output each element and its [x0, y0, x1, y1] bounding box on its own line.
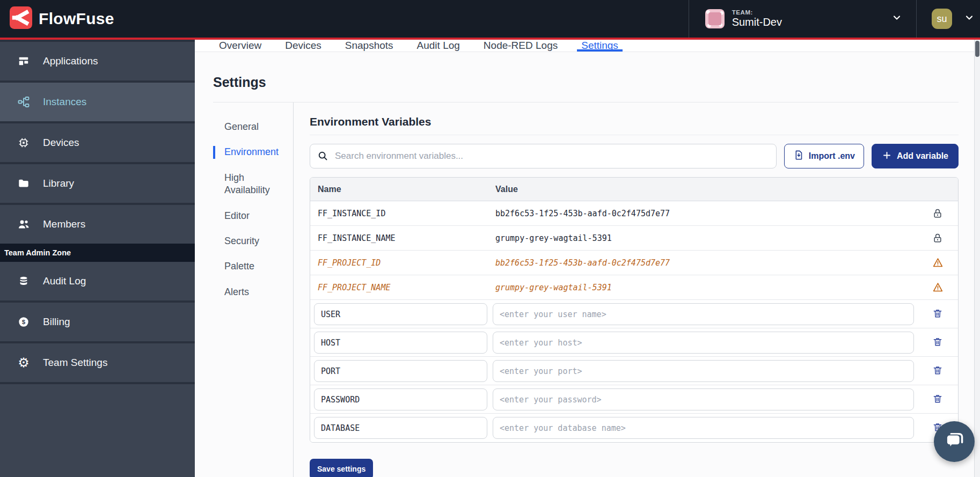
chevron-down-icon: [891, 12, 902, 25]
sidebar-item-audit-log[interactable]: Audit Log: [0, 262, 195, 300]
env-var-row: FF_PROJECT_NAMEgrumpy-grey-wagtail-5391: [310, 275, 958, 300]
add-variable-button[interactable]: Add variable: [872, 144, 959, 168]
import-env-label: Import .env: [809, 151, 855, 161]
sidebar-item-devices[interactable]: Devices: [0, 123, 195, 162]
env-var-name-input[interactable]: [314, 360, 487, 382]
env-var-value: bb2f6c53-1f25-453b-aafd-0c2f475d7e77: [493, 209, 917, 218]
env-var-value-input[interactable]: [493, 360, 914, 382]
database-icon: [17, 275, 30, 288]
subnav-item-general[interactable]: General: [213, 121, 283, 133]
team-name: Sumit-Dev: [732, 16, 782, 28]
sidebar-item-label: Library: [43, 178, 74, 189]
tab-devices[interactable]: Devices: [285, 40, 321, 52]
brand-name: FlowFuse: [39, 10, 114, 28]
search-input[interactable]: [310, 144, 777, 168]
table-header-row: Name Value: [310, 178, 958, 201]
instances-icon: [17, 96, 30, 108]
settings-content: Settings General Environment High Availa…: [195, 52, 980, 477]
env-var-row: [310, 357, 958, 385]
env-var-row: [310, 414, 958, 442]
env-var-name-input[interactable]: [314, 388, 487, 410]
sidebar-item-label: Members: [43, 218, 85, 230]
tab-audit-log[interactable]: Audit Log: [417, 40, 460, 52]
subnav-item-editor[interactable]: Editor: [213, 210, 283, 222]
subnav-item-security[interactable]: Security: [213, 235, 283, 247]
env-var-name-input[interactable]: [314, 417, 487, 439]
sidebar-item-applications[interactable]: Applications: [0, 42, 195, 80]
chat-widget-button[interactable]: [934, 421, 975, 462]
sidebar-item-label: Audit Log: [43, 275, 86, 287]
env-var-row: FF_INSTANCE_NAMEgrumpy-grey-wagtail-5391: [310, 226, 958, 251]
scrollbar-thumb[interactable]: [975, 41, 979, 57]
delete-variable-button[interactable]: [930, 363, 945, 379]
lock-icon: [917, 233, 958, 244]
env-var-value: grumpy-grey-wagtail-5391: [493, 233, 917, 243]
sidebar: Applications Instances Devices Library: [0, 40, 195, 477]
instance-tabbar: Overview Devices Snapshots Audit Log Nod…: [195, 40, 980, 52]
team-selector[interactable]: TEAM: Sumit-Dev: [689, 0, 916, 38]
lock-icon: [917, 208, 958, 219]
sidebar-item-label: Applications: [43, 55, 98, 67]
sidebar-item-billing[interactable]: $ Billing: [0, 303, 195, 341]
import-env-button[interactable]: Import .env: [784, 144, 864, 168]
search-icon: [317, 150, 328, 164]
warning-icon: [917, 282, 958, 293]
env-var-row: [310, 328, 958, 357]
chat-bubble-icon: [943, 429, 966, 454]
section-divider: [310, 135, 959, 135]
tab-snapshots[interactable]: Snapshots: [345, 40, 393, 52]
chevron-down-icon: [964, 12, 975, 25]
users-icon: [17, 218, 30, 231]
subnav-item-environment[interactable]: Environment: [213, 146, 283, 158]
save-settings-button[interactable]: Save settings: [310, 459, 373, 477]
sidebar-item-label: Billing: [43, 316, 70, 328]
subnav-item-palette[interactable]: Palette: [213, 260, 283, 273]
env-var-name: FF_INSTANCE_ID: [310, 209, 493, 218]
trash-icon: [932, 365, 943, 377]
sidebar-item-library[interactable]: Library: [0, 164, 195, 203]
settings-subnav: General Environment High Availability Ed…: [213, 102, 294, 477]
team-text: TEAM: Sumit-Dev: [732, 9, 782, 28]
page-title: Settings: [213, 75, 959, 90]
tab-overview[interactable]: Overview: [219, 40, 261, 52]
sidebar-item-members[interactable]: Members: [0, 205, 195, 244]
folder-icon: [17, 177, 30, 190]
delete-variable-button[interactable]: [930, 334, 945, 351]
flowfuse-logo-icon: [10, 6, 32, 31]
subnav-item-alerts[interactable]: Alerts: [213, 286, 283, 298]
tab-node-red-logs[interactable]: Node-RED Logs: [484, 40, 558, 52]
delete-variable-button[interactable]: [930, 306, 945, 322]
env-var-value: bb2f6c53-1f25-453b-aafd-0c2f475d7e77: [493, 258, 917, 268]
brand: FlowFuse: [10, 6, 114, 31]
user-menu[interactable]: su: [917, 9, 980, 29]
env-var-name: FF_PROJECT_ID: [310, 258, 493, 268]
svg-text:$: $: [22, 319, 26, 325]
environment-section: Environment Variables: [294, 102, 959, 477]
topbar: FlowFuse TEAM: Sumit-Dev su: [0, 0, 980, 38]
env-table-body: FF_INSTANCE_IDbb2f6c53-1f25-453b-aafd-0c…: [310, 201, 958, 442]
sidebar-item-team-settings[interactable]: ⚙ Team Settings: [0, 343, 195, 382]
warning-icon: [917, 257, 958, 268]
team-avatar: [705, 9, 725, 28]
sidebar-item-instances[interactable]: Instances: [0, 83, 195, 121]
env-var-name-input[interactable]: [314, 332, 487, 354]
env-variables-table: Name Value FF_INSTANCE_IDbb2f6c53-1f25-4…: [310, 177, 959, 443]
main-panel: Overview Devices Snapshots Audit Log Nod…: [195, 40, 980, 477]
sidebar-item-label: Team Settings: [43, 357, 107, 369]
column-header-value: Value: [493, 185, 917, 194]
env-var-value-input[interactable]: [493, 303, 914, 325]
page-scrollbar[interactable]: [974, 40, 980, 477]
env-var-row: [310, 385, 958, 414]
tab-settings[interactable]: Settings: [581, 40, 618, 52]
sidebar-section-team-admin-zone: Team Admin Zone: [0, 244, 195, 262]
env-var-row: [310, 300, 958, 328]
env-var-value-input[interactable]: [493, 417, 914, 439]
plus-icon: [882, 150, 892, 163]
subnav-item-high-availability[interactable]: High Availability: [213, 172, 283, 197]
trash-icon: [932, 336, 943, 349]
delete-variable-button[interactable]: [930, 391, 945, 408]
env-var-name-input[interactable]: [314, 303, 487, 325]
import-file-icon: [793, 150, 804, 163]
env-var-value-input[interactable]: [493, 332, 914, 354]
env-var-value-input[interactable]: [493, 388, 914, 410]
